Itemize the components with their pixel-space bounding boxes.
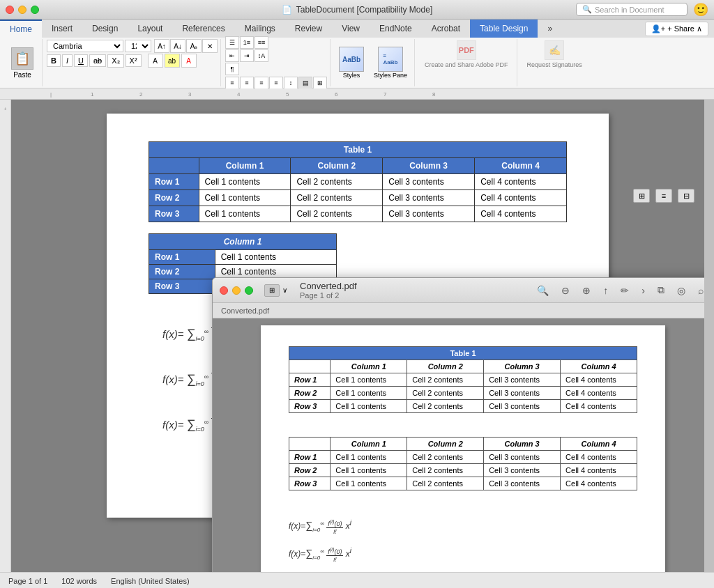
pdf-t2-cell-2-1: Cell 1 contents [331,464,407,477]
tab-home[interactable]: Home [0,20,42,38]
ruler-mark-7: 7 [383,91,386,98]
pdf-find-button[interactable]: ⌕ [695,284,704,297]
paste-button[interactable]: 📋 Paste [6,45,39,82]
pdf-minimize-button[interactable] [232,286,241,295]
tab-insert[interactable]: Insert [42,20,82,38]
multilevel-list-button[interactable]: ≡≡ [255,36,268,49]
superscript-button[interactable]: X² [126,54,142,67]
chevron-up-icon: ∧ [697,24,702,33]
ruler-mark-5: 5 [286,91,289,98]
left-ruler: + [0,100,11,572]
pdf-grid-view-button[interactable]: ⊞ [264,284,280,297]
pdf-tab-bar: Converted.pdf [213,303,704,318]
pdf-table-1: Table 1 Column 1 Column 2 Column 3 Colum… [289,346,637,413]
font-color-btn[interactable]: A [181,54,197,68]
share-button[interactable]: 👤+ + Share ∧ [645,22,708,36]
main-area: + ⊞ ≡ ⊟ Table 1 Column 1 Column 2 [0,100,714,572]
list-view-button[interactable]: ≡ [655,189,672,203]
emoji-button[interactable]: 🙂 [693,2,708,17]
show-formatting-button[interactable]: ¶ [225,63,239,75]
font-name-select[interactable]: Cambria [47,40,123,52]
pdf-share-button[interactable]: ↑ [600,284,611,297]
pdf-t2-col-3: Column 3 [484,438,561,451]
text-highlight-btn[interactable]: ab [165,54,180,68]
cell-2-1: Cell 1 contents [199,190,291,206]
tab-table-design[interactable]: Table Design [470,20,538,38]
cell-2-4: Cell 4 contents [475,190,567,206]
pdf-bookmark-button[interactable]: ◎ [674,284,688,297]
bullets-button[interactable]: ☰ [225,36,239,49]
clipboard-section: 📋 Paste [3,39,43,86]
sidebar-view-button[interactable]: ⊟ [678,189,694,203]
pdf-formulas: f(x)=∑i=0∞ f(i)(0)i! xi f(x)=∑i=0∞ f(i)(… [289,518,637,572]
grid-view-button[interactable]: ⊞ [633,189,650,203]
tab-design[interactable]: Design [82,20,128,38]
close-button[interactable] [6,6,14,14]
add-person-icon: 👤+ [651,24,665,33]
strikethrough-button[interactable]: ab [89,54,106,67]
pdf-title-bar: ⊞ ∨ Converted.pdf Page 1 of 2 🔍 ⊖ ⊕ ↑ ✏ … [213,278,704,303]
table-row: Row 1 Cell 1 contents Cell 2 contents Ce… [289,451,637,464]
borders-button[interactable]: ⊞ [313,77,327,89]
font-size-select[interactable]: 12 [125,40,151,52]
cell-1-1: Cell 1 contents [199,174,291,190]
document-area[interactable]: ⊞ ≡ ⊟ Table 1 Column 1 Column 2 Column 3… [11,100,704,572]
pdf-maximize-button[interactable] [245,286,253,295]
bold-button[interactable]: B [47,54,61,67]
subscript-button[interactable]: X₂ [107,54,123,68]
styles-pane-button[interactable]: ≡AaBb Styles Pane [370,45,411,80]
pdf-annotate-button[interactable]: ✏ [618,284,632,297]
text-effects-btn[interactable]: A [148,54,163,68]
pdf-search-button[interactable]: 🔍 [534,284,552,297]
search-bar[interactable]: 🔍 Search in Document [576,3,688,16]
pdf-content[interactable]: Table 1 Column 1 Column 2 Column 3 Colum… [213,318,704,572]
cell-2-2: Cell 2 contents [291,190,383,206]
tab-acrobat[interactable]: Acrobat [422,20,470,38]
increase-indent-button[interactable]: ⇥ [240,49,254,62]
pdf-formula-2: f(x)=∑i=0∞ f(i)(0)i! xi [289,546,637,563]
tab-references[interactable]: References [172,20,234,38]
sort-button[interactable]: ↕A [255,49,268,62]
search-icon: 🔍 [582,5,592,14]
font-section: Cambria 12 A↑ A↓ Aₐ ✕ B I U ab X₂ X² [44,39,221,86]
justify-button[interactable]: ≡ [269,77,283,89]
align-center-button[interactable]: ≡ [240,77,254,89]
line-spacing-button[interactable]: ↕ [284,77,298,89]
maximize-button[interactable] [31,6,39,14]
pdf-t2-row-2: Row 2 [289,464,331,477]
pdf-row-2: Row 2 [289,387,331,400]
change-case-btn[interactable]: Aₐ [186,39,202,53]
align-left-button[interactable]: ≡ [225,77,239,89]
pdf-duplicate-button[interactable]: ⧉ [655,283,667,297]
pdf-close-button[interactable] [220,286,228,295]
tab-review[interactable]: Review [285,20,332,38]
clear-format-btn[interactable]: ✕ [202,39,218,53]
styles-button[interactable]: AaBb Styles [335,45,368,80]
italic-button[interactable]: I [62,54,73,67]
underline-button[interactable]: U [74,54,88,67]
numbering-button[interactable]: 1≡ [240,36,254,49]
pdf-zoom-out-button[interactable]: ⊖ [559,284,572,297]
title-bar: 📄 TableDocument [Compatibility Mode] 🔍 S… [0,0,714,20]
document-icon: 📄 [282,5,292,15]
create-share-pdf-button[interactable]: PDF Create and Share Adobe PDF [419,39,514,70]
request-signatures-button[interactable]: ✍ Request Signatures [522,39,588,70]
increase-font-btn[interactable]: A↑ [154,39,169,53]
decrease-font-btn[interactable]: A↓ [170,39,185,53]
align-right-button[interactable]: ≡ [255,77,268,89]
tab-endnote[interactable]: EndNote [370,20,422,38]
decrease-indent-button[interactable]: ⇤ [225,49,239,62]
pdf-zoom-in-button[interactable]: ⊕ [579,284,593,297]
minimize-button[interactable] [18,6,26,14]
pdf-cell-2-2: Cell 2 contents [407,387,484,400]
chevron-down-icon[interactable]: ∨ [282,286,287,294]
tab-view[interactable]: View [332,20,370,38]
pdf-cell-3-3: Cell 3 contents [484,400,561,413]
tab-mailings[interactable]: Mailings [235,20,285,38]
paragraph-section: ☰ 1≡ ≡≡ ⇤ ⇥ ↕A ¶ ≡ ≡ ≡ ≡ ↕ ▤ ⊞ [222,39,331,86]
tab-layout[interactable]: Layout [128,20,172,38]
pdf-cell-1-1: Cell 1 contents [331,373,407,387]
tab-more[interactable]: » [538,20,562,38]
shading-button[interactable]: ▤ [298,77,312,89]
pdf-more-button[interactable]: › [639,284,648,297]
